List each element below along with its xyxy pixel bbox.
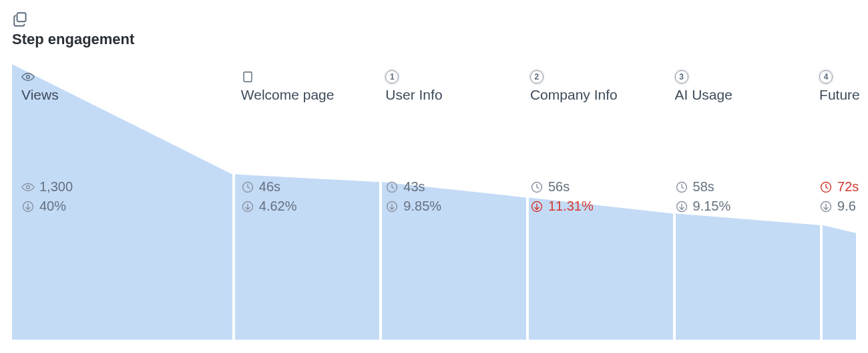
step-label: User Info [385, 87, 442, 103]
step-badge-icon: 2 [530, 70, 618, 84]
page-title: Step engagement [12, 31, 856, 48]
metric-drop: 40% [21, 199, 73, 214]
clock-icon [385, 181, 399, 194]
metric-drop-value: 11.31% [548, 199, 594, 214]
funnel-chart: Views 1,300 40% Welcome page 46s [12, 64, 856, 340]
step-label: AI Usage [675, 87, 732, 103]
stack-icon [12, 11, 856, 28]
metric-drop-value: 9.6 [837, 199, 856, 214]
drop-icon [530, 200, 544, 213]
eye-icon [21, 181, 35, 194]
drop-icon [241, 200, 254, 213]
drop-icon [819, 200, 833, 213]
step-head: 3 AI Usage [675, 70, 732, 103]
step-metrics: 1,300 40% [21, 179, 73, 214]
step-badge-icon: 1 [385, 70, 442, 84]
step-badge-icon: 4 [819, 70, 860, 84]
metric-time: 56s [530, 179, 594, 195]
metric-drop-value: 4.62% [259, 199, 297, 214]
metric-drop: 9.85% [385, 199, 441, 214]
step-col-ai[interactable]: 3 AI Usage 58s 9.15% [666, 64, 808, 340]
metric-time-value: 43s [403, 179, 425, 195]
step-badge-icon: 3 [675, 70, 732, 84]
step-label: Welcome page [241, 87, 335, 103]
step-head: Views [21, 70, 59, 103]
page-icon [241, 70, 335, 84]
step-head: Welcome page [241, 70, 335, 103]
metric-time: 72s [819, 179, 859, 195]
step-col-company[interactable]: 2 Company Info 56s 11.31% [521, 64, 663, 340]
metric-time-value: 58s [693, 179, 714, 195]
clock-icon [530, 181, 544, 194]
step-col-future[interactable]: 4 Future 72s 9.6 [810, 64, 856, 340]
drop-icon [385, 200, 399, 213]
step-label: Views [21, 87, 59, 103]
metric-drop: 4.62% [241, 199, 297, 214]
metric-time-value: 56s [548, 179, 570, 195]
metric-drop-value: 9.15% [693, 199, 731, 214]
step-head: 4 Future [819, 70, 860, 103]
metric-drop: 9.6 [819, 199, 859, 214]
metric-drop: 9.15% [675, 199, 731, 214]
metric-time: 58s [675, 179, 731, 195]
step-col-welcome[interactable]: Welcome page 46s 4.62% [232, 64, 374, 340]
clock-icon [819, 181, 833, 194]
metric-time-value: 72s [837, 179, 859, 195]
metric-time-value: 1,300 [39, 179, 73, 195]
svg-rect-0 [17, 13, 26, 21]
drop-icon [675, 200, 688, 213]
step-metrics: 46s 4.62% [241, 179, 297, 214]
drop-icon [21, 200, 35, 213]
step-metrics: 43s 9.85% [385, 179, 441, 214]
clock-icon [675, 181, 688, 194]
funnel-steps: Views 1,300 40% Welcome page 46s [12, 64, 856, 340]
step-label: Future [819, 87, 860, 103]
step-head: 1 User Info [385, 70, 442, 103]
step-label: Company Info [530, 87, 618, 103]
metric-drop-value: 40% [39, 199, 66, 214]
step-metrics: 72s 9.6 [819, 179, 859, 214]
clock-icon [241, 181, 254, 194]
step-col-user[interactable]: 1 User Info 43s 9.85% [376, 64, 518, 340]
eye-icon [21, 70, 59, 84]
step-col-views[interactable]: Views 1,300 40% [12, 64, 229, 340]
metric-time-value: 46s [259, 179, 280, 195]
step-metrics: 56s 11.31% [530, 179, 594, 214]
metric-time: 1,300 [21, 179, 73, 195]
step-metrics: 58s 9.15% [675, 179, 731, 214]
metric-drop-value: 9.85% [403, 199, 441, 214]
metric-time: 43s [385, 179, 441, 195]
metric-drop: 11.31% [530, 199, 594, 214]
metric-time: 46s [241, 179, 297, 195]
step-head: 2 Company Info [530, 70, 618, 103]
